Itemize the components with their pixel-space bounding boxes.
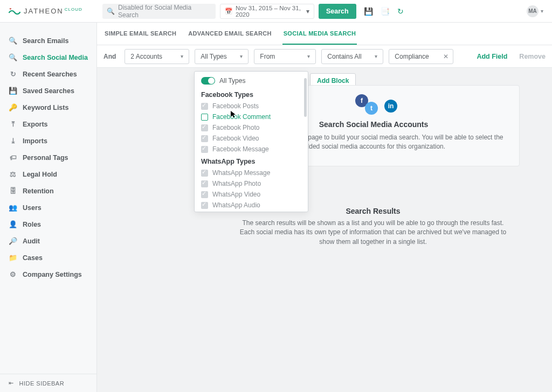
checkbox-icon: [201, 202, 208, 209]
imports-icon: ⤓: [9, 137, 17, 145]
tab-simple-email-search[interactable]: SIMPLE EMAIL SEARCH: [104, 23, 177, 45]
logo-icon: [9, 7, 20, 16]
sidebar-item-retention[interactable]: 🗄Retention: [0, 183, 96, 199]
type-option-facebook-comment[interactable]: Facebook Comment: [195, 111, 308, 122]
sidebar-item-label: Personal Tags: [23, 154, 68, 162]
results-body: The search results will be shown as a li…: [237, 219, 509, 247]
group-whatsapp-types: WhatsApp Types: [195, 155, 308, 167]
option-label: WhatsApp Audio: [212, 201, 260, 209]
checkbox-icon: [201, 114, 208, 121]
user-menu[interactable]: MA ▾: [527, 5, 543, 17]
option-label: Facebook Video: [212, 135, 259, 142]
sidebar-item-label: Company Settings: [23, 271, 82, 278]
match-select[interactable]: Contains All▾: [321, 49, 383, 64]
type-option-whatsapp-audio[interactable]: WhatsApp Audio: [195, 200, 308, 209]
tab-social-media-search[interactable]: SOCIAL MEDIA SEARCH: [282, 23, 357, 45]
sidebar-item-keyword-lists[interactable]: 🔑Keyword Lists: [0, 99, 96, 116]
twitter-icon: t: [365, 102, 378, 115]
sidebar-item-legal-hold[interactable]: ⚖Legal Hold: [0, 166, 96, 183]
chevron-down-icon: ▾: [541, 8, 543, 14]
calendar-icon: 📅: [225, 8, 232, 15]
checkbox-icon: [201, 180, 208, 187]
option-label: Facebook Comment: [212, 113, 271, 121]
legal-hold-icon: ⚖: [9, 170, 17, 178]
type-option-facebook-posts[interactable]: Facebook Posts: [195, 101, 308, 111]
sidebar-item-label: Search Social Media: [23, 54, 88, 61]
chevron-down-icon: ▾: [307, 53, 310, 59]
linkedin-icon: in: [384, 100, 397, 113]
logo: JATHEONCLOUD: [0, 7, 97, 16]
checkbox-icon: [201, 135, 208, 142]
checkbox-icon: [201, 124, 208, 131]
export-icon[interactable]: 📑: [381, 7, 390, 16]
sidebar-item-users[interactable]: 👥Users: [0, 199, 96, 216]
types-select[interactable]: All Types▾: [195, 49, 249, 64]
hide-sidebar-button[interactable]: ⇤ HIDE SIDEBAR: [0, 374, 96, 392]
sidebar-item-saved-searches[interactable]: 💾Saved Searches: [0, 82, 96, 99]
global-search-input: 🔍 Disabled for Social Media Search: [102, 4, 216, 19]
accounts-select[interactable]: 2 Accounts▾: [125, 49, 189, 64]
save-icon[interactable]: 💾: [364, 7, 373, 16]
sidebar-item-company-settings[interactable]: ⚙Company Settings: [0, 266, 96, 283]
type-option-whatsapp-message[interactable]: WhatsApp Message: [195, 167, 308, 178]
cases-icon: 📁: [9, 254, 17, 262]
direction-select[interactable]: From▾: [254, 49, 316, 64]
clear-icon[interactable]: ✕: [443, 53, 448, 60]
search-term-input[interactable]: Compliance✕: [389, 49, 453, 64]
type-option-facebook-video[interactable]: Facebook Video: [195, 133, 308, 144]
option-label: WhatsApp Video: [212, 191, 260, 198]
checkbox-icon: [201, 191, 208, 198]
chevron-down-icon: ▾: [240, 53, 243, 59]
date-range-picker[interactable]: 📅Nov 31, 2015 – Nov 31, 2020 ▾: [220, 4, 314, 19]
sidebar-item-label: Imports: [23, 137, 47, 145]
type-option-facebook-photo[interactable]: Facebook Photo: [195, 122, 308, 133]
all-types-label: All Types: [219, 77, 245, 85]
and-operator-label: And: [104, 53, 116, 60]
sidebar-item-recent-searches[interactable]: ↻Recent Searches: [0, 66, 96, 82]
checkbox-icon: [201, 146, 208, 153]
type-option-whatsapp-video[interactable]: WhatsApp Video: [195, 189, 308, 200]
sidebar-item-imports[interactable]: ⤓Imports: [0, 132, 96, 149]
avatar: MA: [527, 5, 539, 17]
search-emails-icon: 🔍: [9, 37, 17, 45]
remove-button[interactable]: Remove: [519, 53, 546, 60]
refresh-icon[interactable]: ↻: [397, 7, 404, 16]
saved-searches-icon: 💾: [9, 87, 17, 95]
option-label: Facebook Photo: [212, 124, 259, 131]
sidebar-item-audit[interactable]: 🔎Audit: [0, 233, 96, 249]
types-dropdown[interactable]: All Types Facebook Types Facebook PostsF…: [194, 71, 308, 212]
company-settings-icon: ⚙: [9, 270, 17, 278]
sidebar-item-label: Legal Hold: [23, 171, 57, 178]
chevron-down-icon: ▾: [306, 8, 309, 15]
sidebar-item-label: Users: [23, 204, 42, 212]
search-button[interactable]: Search: [319, 4, 356, 19]
audit-icon: 🔎: [9, 237, 17, 245]
chevron-down-icon: ▾: [375, 53, 377, 59]
sidebar-item-label: Cases: [23, 254, 43, 262]
sidebar-item-personal-tags[interactable]: 🏷Personal Tags: [0, 149, 96, 166]
sidebar-item-roles[interactable]: 👤Roles: [0, 216, 96, 233]
sidebar-item-label: Recent Searches: [23, 71, 77, 78]
sidebar-item-cases[interactable]: 📁Cases: [0, 249, 96, 266]
sidebar-item-exports[interactable]: ⤒Exports: [0, 116, 96, 132]
sidebar-item-search-emails[interactable]: 🔍Search Emails: [0, 32, 96, 49]
type-option-facebook-message[interactable]: Facebook Message: [195, 144, 308, 155]
collapse-icon: ⇤: [9, 380, 14, 387]
sidebar-item-label: Search Emails: [23, 37, 68, 45]
option-label: WhatsApp Photo: [212, 180, 261, 187]
sidebar-item-label: Audit: [23, 237, 40, 245]
search-icon: 🔍: [107, 8, 115, 15]
option-label: WhatsApp Message: [212, 169, 270, 177]
keyword-lists-icon: 🔑: [9, 103, 17, 111]
checkbox-icon: [201, 103, 208, 110]
all-types-toggle[interactable]: [201, 77, 215, 85]
personal-tags-icon: 🏷: [9, 153, 17, 162]
add-field-button[interactable]: Add Field: [477, 53, 507, 60]
roles-icon: 👤: [9, 220, 17, 228]
recent-searches-icon: ↻: [9, 70, 17, 78]
sidebar-item-label: Retention: [23, 187, 54, 195]
type-option-whatsapp-photo[interactable]: WhatsApp Photo: [195, 178, 308, 189]
option-label: Facebook Posts: [212, 102, 259, 110]
sidebar-item-search-social-media[interactable]: 🔍Search Social Media: [0, 49, 96, 66]
tab-advanced-email-search[interactable]: ADVANCED EMAIL SEARCH: [187, 23, 272, 45]
